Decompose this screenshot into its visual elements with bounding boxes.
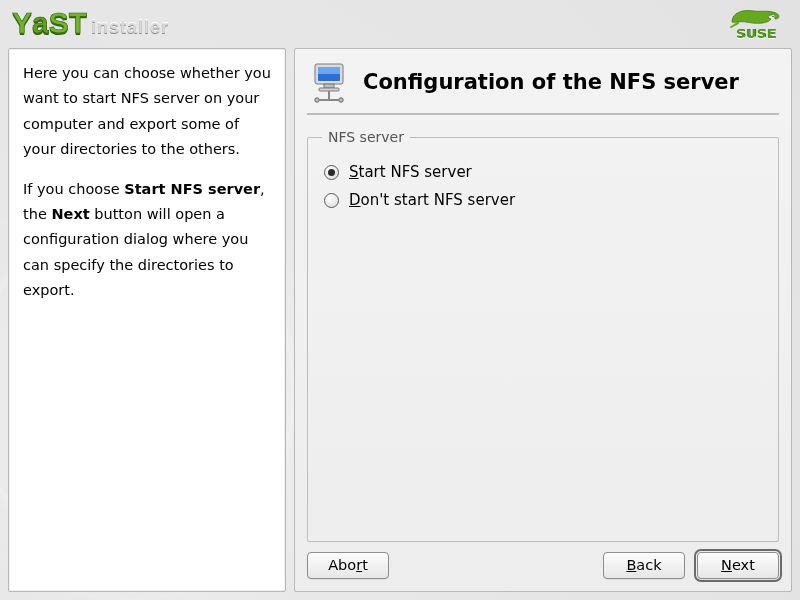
header-bar: YaST installer SUSE [0, 0, 800, 44]
radio-indicator-icon [324, 193, 339, 208]
help-panel: Here you can choose whether you want to … [8, 48, 286, 592]
svg-rect-4 [318, 67, 340, 74]
help-paragraph-1: Here you can choose whether you want to … [23, 61, 271, 163]
svg-point-9 [339, 98, 343, 102]
main-header: Configuration of the NFS server [307, 59, 779, 115]
chameleon-icon [728, 6, 784, 28]
radio-dont-start-nfs-label: Don't start NFS server [349, 191, 515, 209]
radio-start-nfs-label: Start NFS server [349, 163, 472, 181]
computer-network-icon [309, 61, 351, 103]
fieldset-legend: NFS server [322, 129, 410, 145]
button-bar: Abort Back Next [307, 552, 779, 579]
abort-button[interactable]: Abort [307, 552, 389, 579]
radio-start-nfs[interactable]: Start NFS server [324, 163, 764, 181]
svg-rect-6 [319, 88, 339, 91]
yast-logo: YaST installer [12, 6, 169, 40]
app-subtitle: installer [91, 17, 169, 38]
back-button[interactable]: Back [603, 552, 685, 579]
next-button[interactable]: Next [697, 552, 779, 579]
suse-logo: SUSE [728, 6, 784, 41]
radio-indicator-icon [324, 165, 339, 180]
svg-point-1 [772, 15, 773, 16]
page-title: Configuration of the NFS server [363, 70, 739, 94]
suse-word: SUSE [736, 26, 776, 41]
svg-rect-5 [324, 84, 334, 88]
nfs-server-fieldset: NFS server Start NFS server Don't start … [307, 129, 779, 542]
help-paragraph-2: If you choose Start NFS server, the Next… [23, 177, 271, 304]
radio-dont-start-nfs[interactable]: Don't start NFS server [324, 191, 764, 209]
svg-point-8 [315, 98, 319, 102]
main-panel: Configuration of the NFS server NFS serv… [294, 48, 792, 592]
